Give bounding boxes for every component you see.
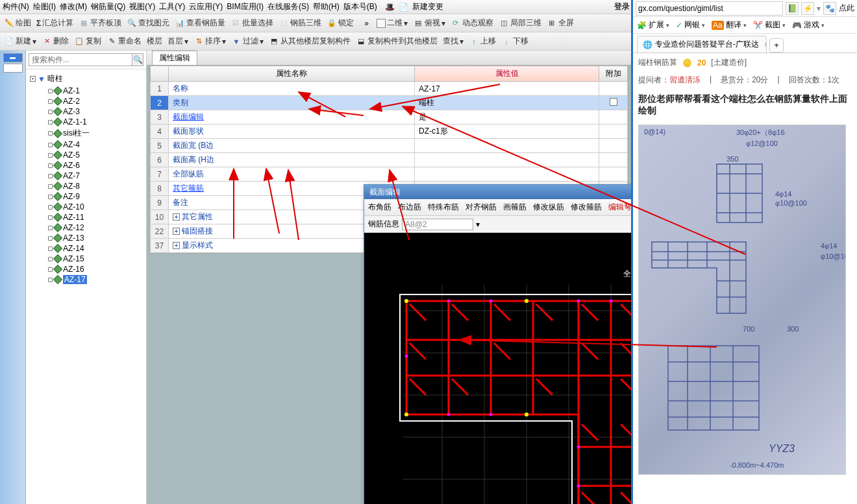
property-row[interactable]: 5截面宽 (B边 — [151, 139, 628, 153]
corner-rebar-button[interactable]: 布角筋 — [368, 202, 391, 213]
tree-node[interactable]: AZ-13 — [27, 233, 145, 243]
rebar-3d-button[interactable]: ⬚钢筋三维 — [279, 18, 321, 29]
menu-item[interactable]: 新建变更 — [412, 1, 443, 12]
draw-button[interactable]: ✏️绘图 — [4, 18, 31, 29]
orbit-button[interactable]: ⟳动态观察 — [451, 18, 493, 29]
tree-node[interactable]: AZ-17 — [27, 274, 145, 285]
menu-item[interactable]: 修改(M) — [60, 1, 87, 12]
tree-node[interactable]: AZ-1 — [27, 86, 145, 96]
section-canvas[interactable]: 全部纵筋 13C22+22C14 其它纵筋 1C14 175 175 350 6… — [364, 233, 631, 504]
paw-icon[interactable]: 🐾 — [823, 2, 836, 15]
property-row[interactable]: 2类别端柱 — [151, 96, 628, 110]
menu-item[interactable]: 视图(Y) — [129, 1, 155, 12]
tree-node[interactable]: AZ-16 — [27, 264, 145, 274]
tree-node[interactable]: AZ-5 — [27, 150, 145, 160]
compat-icon[interactable]: 📗 — [786, 2, 799, 15]
menu-item[interactable]: 版本号(B) — [343, 1, 377, 12]
menu-item[interactable]: BIM应用(I) — [227, 1, 264, 12]
hat-icon[interactable]: 🎩 — [385, 3, 395, 12]
menu-item[interactable]: 云应用(Y) — [189, 1, 223, 12]
tree-node[interactable]: AZ-6 — [27, 160, 145, 171]
tree-root[interactable]: - ▼ 暗柱 — [27, 72, 145, 86]
menu-item[interactable]: 构件(N) — [3, 1, 29, 12]
tree-node[interactable]: AZ-4 — [27, 139, 145, 150]
property-row[interactable]: 3截面编辑是 — [151, 110, 628, 125]
ext-button[interactable]: ✓网银▾ — [676, 19, 705, 30]
asker-link[interactable]: 習遺清泺 — [669, 75, 701, 84]
tree-node[interactable]: AZ-2 — [27, 96, 145, 106]
modify-long-button[interactable]: 修改纵筋 — [533, 202, 564, 213]
tree-node[interactable]: AZ-14 — [27, 243, 145, 254]
view-rebar-button[interactable]: 📊查看钢筋量 — [175, 18, 225, 29]
copy-from-floor-button[interactable]: ⬒从其他楼层复制构件 — [269, 36, 351, 47]
ext-button[interactable]: 🎮游戏▾ — [792, 19, 825, 30]
rename-button[interactable]: ✎重命名 — [106, 36, 142, 47]
menu-item[interactable]: 钢筋量(Q) — [91, 1, 125, 12]
search-input[interactable] — [29, 53, 132, 66]
menu-item[interactable]: 绘图(I) — [33, 1, 56, 12]
find-element-button[interactable]: 🔍查找图元 — [127, 18, 169, 29]
local-3d-button[interactable]: ◫局部三维 — [499, 18, 541, 29]
login-button[interactable]: 登录 — [614, 1, 630, 12]
modify-stirrup-button[interactable]: 修改箍筋 — [571, 202, 602, 213]
rebar-info-input[interactable] — [402, 219, 473, 230]
photo-annot: φ12@100 — [746, 139, 778, 147]
search-button[interactable]: 🔍 — [132, 53, 143, 66]
url-input[interactable] — [636, 1, 783, 16]
doc-icon[interactable]: 📄 — [399, 3, 408, 12]
star-label[interactable]: 点此 — [839, 3, 854, 14]
new-tab-button[interactable]: + — [769, 38, 784, 53]
ext-button[interactable]: Aa翻译▾ — [712, 19, 747, 30]
component-tree[interactable]: - ▼ 暗柱 AZ-1AZ-2AZ-3AZ-1-1sisi柱一AZ-4AZ-5A… — [26, 69, 146, 504]
fullscreen-button[interactable]: ⊞全屏 — [547, 18, 574, 29]
tree-node[interactable]: AZ-9 — [27, 191, 145, 202]
tree-node[interactable]: AZ-8 — [27, 181, 145, 191]
close-icon[interactable]: × — [764, 40, 767, 49]
flash-icon[interactable]: ⚡ — [801, 2, 814, 15]
delete-button[interactable]: ✕删除 — [42, 36, 69, 47]
ext-button[interactable]: 🧩扩展▾ — [637, 19, 669, 30]
tree-node[interactable]: AZ-15 — [27, 254, 145, 264]
property-row[interactable]: 6截面高 (H边 — [151, 153, 628, 167]
property-row[interactable]: 1名称AZ-17 — [151, 82, 628, 96]
browser-tab[interactable]: 🌐专业造价问题答疑平台-广联达× — [637, 36, 767, 53]
edge-rebar-button[interactable]: 布边筋 — [398, 202, 421, 213]
menu-item[interactable]: 工具(Y) — [159, 1, 185, 12]
edit-hook-button[interactable]: 编辑弯钩 — [608, 202, 631, 213]
tree-node[interactable]: AZ-10 — [27, 202, 145, 212]
align-rebar-button[interactable]: 对齐钢筋 — [466, 202, 497, 213]
special-rebar-button[interactable]: 特殊布筋 — [428, 202, 459, 213]
new-button[interactable]: 📄新建 ▾ — [4, 36, 36, 47]
filter-button[interactable]: ▼过滤 ▾ — [231, 36, 264, 47]
find-button[interactable]: 查找 ▾ — [443, 36, 464, 47]
tree-node[interactable]: AZ-12 — [27, 222, 145, 233]
property-row[interactable]: 7全部纵筋 — [151, 167, 628, 182]
summary-button[interactable]: Σ 汇总计算 — [36, 18, 73, 29]
side-tab[interactable]: ▬ — [3, 53, 23, 62]
ext-button[interactable]: ✂️截图▾ — [753, 19, 786, 30]
side-tab[interactable] — [3, 64, 23, 73]
reference-photo[interactable]: 0@14) 30φ20+（8φ16 φ12@100 350 4φ14 φ10@1… — [638, 125, 846, 475]
move-up-button[interactable]: ↑上移 — [469, 36, 496, 47]
property-tab[interactable]: 属性编辑 — [152, 51, 197, 65]
tree-node[interactable]: AZ-7 — [27, 171, 145, 181]
copy-button[interactable]: 📋复制 — [74, 36, 101, 47]
move-down-button[interactable]: ↓下移 — [501, 36, 528, 47]
first-floor-select[interactable]: 首层 ▾ — [168, 36, 188, 47]
align-button[interactable]: ▦平齐板顶 — [79, 18, 121, 29]
view-2d-select[interactable]: 二维 ▾ — [377, 18, 408, 29]
lock-button[interactable]: 🔒锁定 — [327, 18, 354, 29]
property-row[interactable]: 4截面形状DZ-c1形 — [151, 125, 628, 139]
tree-node[interactable]: AZ-1-1 — [27, 117, 145, 127]
sort-button[interactable]: ⇅排序 ▾ — [193, 36, 226, 47]
batch-select-button[interactable]: ☑批量选择 — [230, 18, 273, 29]
tree-node[interactable]: AZ-3 — [27, 106, 145, 117]
tree-node[interactable]: sisi柱一 — [27, 127, 145, 139]
top-view-button[interactable]: ▤俯视 ▾ — [413, 18, 445, 29]
floor-button[interactable]: 楼层 — [147, 36, 162, 47]
menu-item[interactable]: 在线服务(S) — [267, 1, 309, 12]
draw-stirrup-button[interactable]: 画箍筋 — [503, 202, 527, 213]
tree-node[interactable]: AZ-11 — [27, 212, 145, 222]
copy-to-floor-button[interactable]: ⬓复制构件到其他楼层 — [356, 36, 438, 47]
menu-item[interactable]: 帮助(H) — [313, 1, 340, 12]
